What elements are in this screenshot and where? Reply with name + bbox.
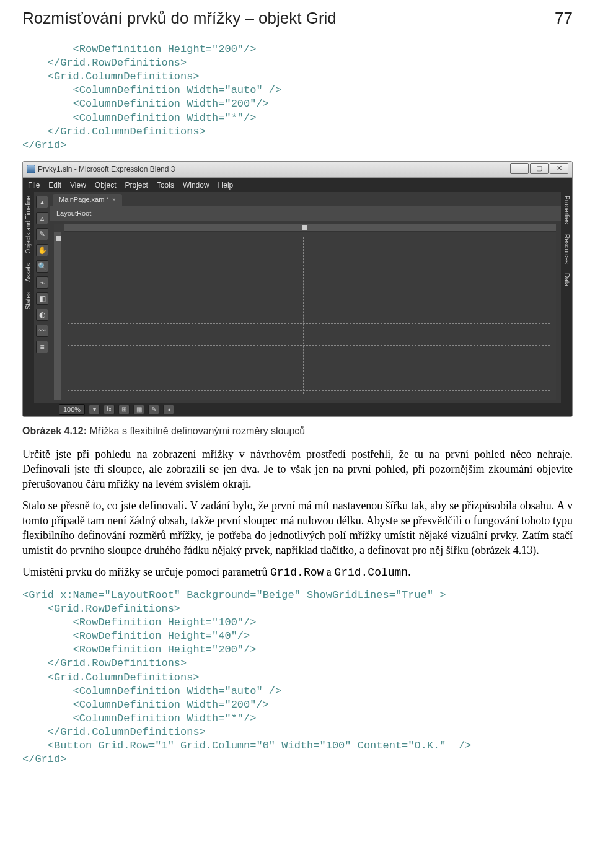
menu-file[interactable]: File [28, 180, 40, 190]
grid-guides [68, 237, 550, 394]
body-para-3: Umístění prvku do mřížky se určuje pomoc… [22, 564, 573, 580]
tab-properties[interactable]: Properties [562, 195, 571, 226]
selection-tool[interactable]: ▴ [36, 196, 48, 208]
para3-text-c: . [408, 566, 411, 578]
brush-tool[interactable]: 〰 [36, 325, 48, 337]
close-tab-icon[interactable]: × [112, 196, 116, 204]
page-number: 77 [555, 7, 573, 29]
menu-project[interactable]: Project [125, 180, 148, 190]
grid-line-h-3 [68, 390, 550, 391]
zoom-level[interactable]: 100% [59, 404, 85, 416]
grid-line-v-auto [69, 237, 69, 394]
blend-app-icon [27, 165, 35, 173]
prev-icon[interactable]: ◂ [163, 405, 174, 414]
para3-text-b: a [324, 566, 334, 578]
left-panel-tabs: Objects and Timeline Assets States [23, 192, 34, 403]
annotate-icon[interactable]: ✎ [148, 405, 159, 414]
menu-help[interactable]: Help [218, 180, 234, 190]
tab-data[interactable]: Data [562, 272, 571, 287]
inline-code-gridrow: Grid.Row [270, 566, 324, 579]
grid-line-h-1 [68, 323, 550, 324]
figure-caption: Obrázek 4.12: Mřížka s flexibilně defino… [22, 424, 573, 438]
close-button[interactable]: ✕ [550, 163, 568, 174]
zoom-dropdown-icon[interactable]: ▾ [89, 405, 100, 414]
tab-assets[interactable]: Assets [24, 262, 33, 283]
document-tab-label: MainPage.xaml* [59, 195, 108, 204]
maximize-button[interactable]: ▢ [530, 163, 549, 174]
eyedropper-tool[interactable]: ⌁ [36, 276, 48, 289]
design-surface[interactable] [54, 224, 556, 400]
blend-window-title: Prvky1.sln - Microsoft Expression Blend … [38, 164, 175, 174]
breadcrumb-item: LayoutRoot [56, 209, 91, 217]
pen-tool[interactable]: ✎ [36, 228, 48, 240]
para3-text-a: Umístění prvku do mřížky se určuje pomoc… [22, 566, 270, 578]
snap-icon[interactable]: ▦ [133, 405, 144, 414]
grid-line-v-1 [303, 237, 304, 394]
minimize-button[interactable]: — [510, 163, 529, 174]
paint-bucket-tool[interactable]: ◧ [36, 292, 48, 305]
tool-palette: ▴ ▵ ✎ ✋ 🔍 ⌁ ◧ ◐ 〰 ≡ [34, 192, 50, 403]
blend-statusbar: 100% ▾ fx ⊞ ▦ ✎ ◂ [23, 403, 572, 416]
inline-code-gridcolumn: Grid.Column [334, 566, 408, 579]
figure-caption-text: Mřížka s flexibilně definovanými rozměry… [87, 426, 305, 436]
menu-tools[interactable]: Tools [157, 180, 174, 190]
code-block-2: <Grid x:Name="LayoutRoot" Background="Be… [22, 589, 573, 766]
gradient-tool[interactable]: ◐ [36, 309, 48, 321]
zoom-tool[interactable]: 🔍 [36, 260, 48, 273]
pan-tool[interactable]: ✋ [36, 244, 48, 256]
ruler-vertical [54, 232, 61, 400]
body-para-2: Stalo se přesně to, co jste definovali. … [22, 498, 573, 558]
breadcrumb[interactable]: LayoutRoot [50, 206, 561, 221]
tab-resources[interactable]: Resources [562, 233, 571, 265]
blend-window: Prvky1.sln - Microsoft Expression Blend … [22, 161, 573, 417]
direct-select-tool[interactable]: ▵ [36, 212, 48, 224]
ruler-horizontal [64, 224, 556, 232]
blend-menubar: File Edit View Object Project Tools Wind… [23, 178, 572, 192]
running-header-title: Rozmísťování prvků do mřížky – objekt Gr… [22, 7, 337, 29]
tab-states[interactable]: States [24, 291, 33, 310]
grid-icon[interactable]: ⊞ [118, 405, 130, 414]
effects-icon[interactable]: fx [104, 405, 115, 414]
document-tab[interactable]: MainPage.xaml* × [53, 194, 122, 206]
code-block-1: <RowDefinition Height="200"/> </Grid.Row… [22, 43, 573, 152]
menu-window[interactable]: Window [183, 180, 209, 190]
grid-line-v-0 [68, 237, 68, 394]
menu-view[interactable]: View [70, 180, 86, 190]
asset-tool[interactable]: ≡ [36, 341, 48, 353]
grid-line-h-2 [68, 345, 550, 346]
grid-line-h-0 [68, 237, 550, 237]
right-panel-tabs: Properties Resources Data [561, 192, 572, 403]
blend-titlebar: Prvky1.sln - Microsoft Expression Blend … [23, 162, 572, 178]
row-marker[interactable] [55, 235, 61, 242]
column-marker[interactable] [302, 224, 308, 230]
menu-object[interactable]: Object [95, 180, 117, 190]
figure-caption-number: Obrázek 4.12: [22, 426, 87, 436]
tab-objects-timeline[interactable]: Objects and Timeline [24, 195, 33, 255]
menu-edit[interactable]: Edit [48, 180, 61, 190]
body-para-1: Určitě jste při pohledu na zobrazení mří… [22, 447, 573, 492]
